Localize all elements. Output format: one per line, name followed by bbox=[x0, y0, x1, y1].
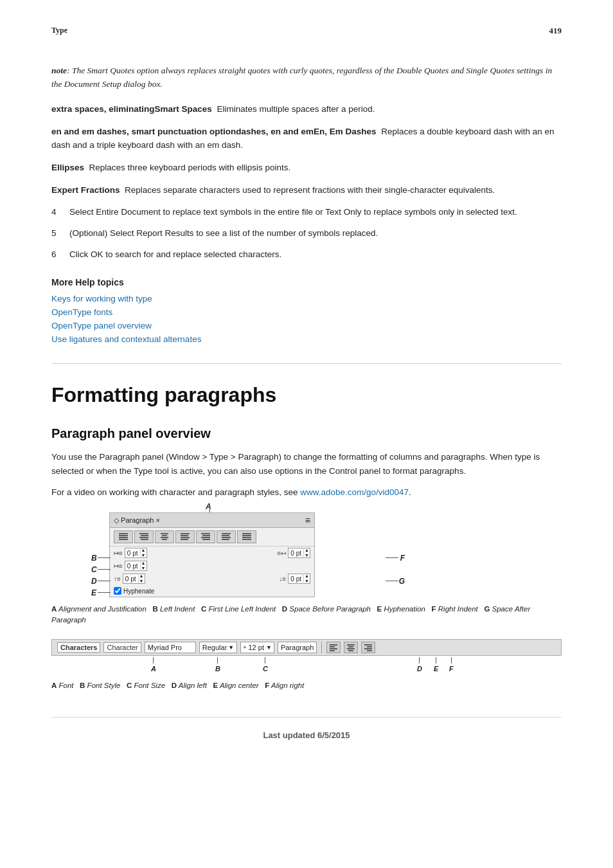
step-6-num: 6 bbox=[51, 248, 63, 262]
paragraph-panel-diagram: A ◇ Paragraph × ≡ bbox=[84, 512, 405, 597]
align-right-btn[interactable] bbox=[361, 642, 375, 653]
term-em-dashes: en and em dashes, smart punctuation opti… bbox=[51, 125, 562, 152]
right-indent-field: ≡↤ 0 pt ▲ ▼ bbox=[277, 548, 310, 558]
space-after-spinner[interactable]: 0 pt ▲ ▼ bbox=[288, 574, 310, 584]
panel-title-text: ◇ Paragraph × bbox=[114, 516, 160, 525]
right-indent-spinner[interactable]: 0 pt ▲ ▼ bbox=[288, 548, 310, 558]
left-indent-field: ↦≡ 0 pt ▲ ▼ bbox=[114, 548, 147, 558]
link-ligatures[interactable]: Use ligatures and contextual alternates bbox=[51, 334, 562, 344]
step-6-text: Click OK to search for and replace selec… bbox=[69, 248, 281, 262]
term-em-dashes-label: en and em dashes, smart punctuation opti… bbox=[51, 127, 377, 136]
left-indent-arrows[interactable]: ▲ ▼ bbox=[140, 548, 147, 558]
panel-row-e: Hyphenate bbox=[110, 585, 314, 597]
left-indent-spinner[interactable]: 0 pt ▲ ▼ bbox=[125, 548, 147, 558]
space-before-spinner[interactable]: 0 pt ▲ ▼ bbox=[123, 574, 145, 584]
line-c bbox=[98, 569, 111, 570]
video-link[interactable]: www.adobe.com/go/vid0047 bbox=[300, 487, 409, 497]
diagram-label-c: C bbox=[91, 565, 97, 574]
first-line-indent-spinner[interactable]: 0 pt ▲ ▼ bbox=[125, 561, 147, 571]
link-opentype-fonts[interactable]: OpenType fonts bbox=[51, 307, 562, 317]
diagram-label-e: E bbox=[91, 588, 96, 597]
space-before-icon: ↑≡ bbox=[114, 575, 121, 583]
space-after-arrows[interactable]: ▲ ▼ bbox=[303, 574, 310, 584]
link-opentype-panel[interactable]: OpenType panel overview bbox=[51, 321, 562, 330]
cap-d: D bbox=[282, 605, 287, 613]
step-4-num: 4 bbox=[51, 206, 63, 219]
font-size-val: 12 pt bbox=[247, 644, 265, 651]
size-field[interactable]: + 12 pt ▼ bbox=[240, 642, 274, 653]
term-ellipses-desc: Replaces three keyboard periods with ell… bbox=[89, 163, 291, 172]
term-extra-spaces: extra spaces, eliminatingSmart Spaces El… bbox=[51, 103, 562, 116]
font-field[interactable]: Myriad Pro bbox=[145, 642, 196, 653]
term-extra-spaces-label: extra spaces, eliminatingSmart Spaces bbox=[51, 104, 212, 114]
step-6: 6 Click OK to search for and replace sel… bbox=[51, 248, 562, 262]
up-arrow-g[interactable]: ▲ bbox=[304, 574, 310, 579]
right-indent-arrows[interactable]: ▲ ▼ bbox=[303, 548, 310, 558]
step-4-text: Select Entire Document to replace text s… bbox=[69, 206, 517, 219]
body-para-1: You use the Paragraph panel (Window > Ty… bbox=[51, 450, 562, 478]
first-line-indent-icon: ↦≡ bbox=[114, 563, 123, 570]
down-arrow-r[interactable]: ▼ bbox=[304, 553, 310, 558]
font-name: Myriad Pro bbox=[148, 644, 182, 651]
note-label: note bbox=[51, 66, 67, 75]
align-btn-4[interactable] bbox=[175, 530, 195, 543]
align-btn-2[interactable] bbox=[134, 530, 154, 543]
ctrl-label-c: C bbox=[263, 665, 268, 673]
step-5: 5 (Optional) Select Report Results to se… bbox=[51, 227, 562, 240]
align-left-btn[interactable] bbox=[326, 642, 341, 653]
up-arrow-r[interactable]: ▲ bbox=[304, 548, 310, 553]
space-before-arrows[interactable]: ▲ ▼ bbox=[138, 574, 145, 584]
left-indent-icon: ↦≡ bbox=[114, 550, 123, 557]
down-arrow-c[interactable]: ▼ bbox=[141, 566, 147, 571]
down-arrow[interactable]: ▼ bbox=[141, 553, 147, 558]
align-btn-5[interactable] bbox=[196, 530, 215, 543]
separator-1 bbox=[321, 642, 322, 653]
panel-row-b-f: ↦≡ 0 pt ▲ ▼ ≡↤ 0 pt bbox=[110, 547, 314, 559]
space-after-field: ↓≡ 0 pt ▲ ▼ bbox=[279, 574, 310, 584]
align-btn-6[interactable] bbox=[217, 530, 236, 543]
align-btn-3[interactable] bbox=[155, 530, 174, 543]
align-center-btn[interactable] bbox=[344, 642, 358, 653]
cap-g: G bbox=[484, 605, 490, 613]
align-btn-1[interactable] bbox=[114, 530, 133, 543]
control-panel-caption: A Font B Font Style C Font Size D Align … bbox=[51, 680, 562, 691]
tick-ctrl-a bbox=[153, 657, 154, 664]
cap-c: C bbox=[201, 605, 206, 613]
paragraph-tab[interactable]: Paragraph bbox=[278, 642, 317, 653]
control-tick-area: A B C D E F bbox=[51, 657, 562, 676]
tick-ctrl-f bbox=[451, 657, 452, 664]
first-line-arrows[interactable]: ▲ ▼ bbox=[140, 561, 147, 571]
panel-row-c: ↦≡ 0 pt ▲ ▼ bbox=[110, 559, 314, 572]
align-btn-7[interactable] bbox=[237, 530, 256, 543]
panel-title-bar: ◇ Paragraph × ≡ bbox=[110, 513, 314, 528]
panel-menu-icon[interactable]: ≡ bbox=[305, 515, 310, 525]
term-ellipses-label: Ellipses bbox=[51, 163, 84, 172]
section-label: Type bbox=[51, 26, 67, 35]
down-arrow-g[interactable]: ▼ bbox=[304, 579, 310, 584]
line-g bbox=[386, 581, 398, 581]
note-text: : The Smart Quotes option always replace… bbox=[51, 66, 552, 89]
up-arrow[interactable]: ▲ bbox=[141, 548, 147, 553]
right-indent-icon: ≡↤ bbox=[277, 550, 286, 557]
step-4: 4 Select Entire Document to replace text… bbox=[51, 206, 562, 219]
more-help-title: More Help topics bbox=[51, 277, 562, 287]
down-arrow-d[interactable]: ▼ bbox=[139, 579, 145, 584]
character-tab[interactable]: Character bbox=[103, 642, 141, 653]
link-keys-working-type[interactable]: Keys for working with type bbox=[51, 294, 562, 303]
control-bar: Characters Character Myriad Pro Regular … bbox=[51, 639, 562, 656]
style-dropdown[interactable]: Regular ▼ bbox=[199, 642, 237, 653]
ctrl-label-a: A bbox=[151, 665, 156, 673]
characters-tab[interactable]: Characters bbox=[57, 642, 100, 653]
space-after-val: 0 pt bbox=[289, 575, 303, 583]
ctrl-label-b: B bbox=[215, 665, 220, 673]
term-ellipses: Ellipses Replaces three keyboard periods… bbox=[51, 161, 562, 175]
term-extra-spaces-desc: Eliminates multiple spaces after a perio… bbox=[217, 104, 375, 114]
ctrl-label-f: F bbox=[449, 665, 454, 673]
first-line-indent-val: 0 pt bbox=[125, 563, 140, 570]
cap-a: A bbox=[51, 605, 57, 613]
hyphenate-checkbox[interactable] bbox=[114, 587, 121, 595]
page-wrapper: 419 Type note: The Smart Quotes option a… bbox=[0, 0, 613, 766]
up-arrow-c[interactable]: ▲ bbox=[141, 561, 147, 566]
up-arrow-d[interactable]: ▲ bbox=[139, 574, 145, 579]
step-5-num: 5 bbox=[51, 227, 63, 240]
